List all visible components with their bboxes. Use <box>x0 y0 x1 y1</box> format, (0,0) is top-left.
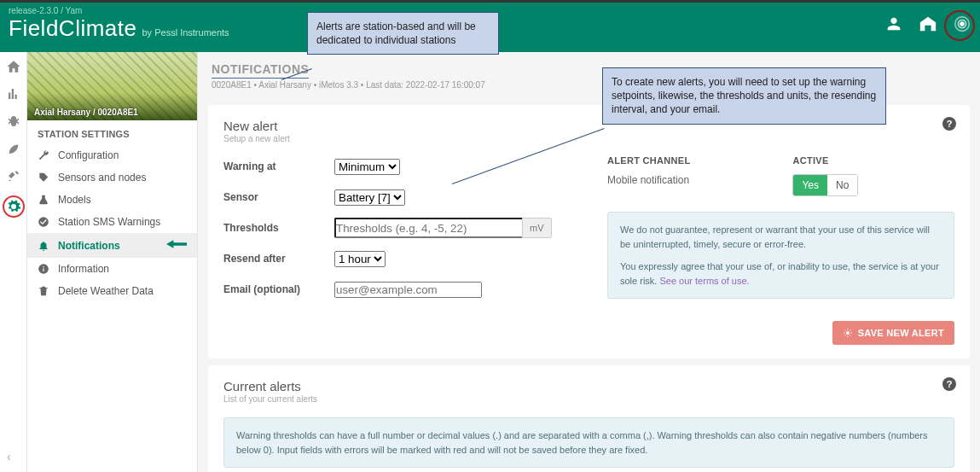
bell-icon <box>38 240 49 252</box>
thresholds-unit: mV <box>522 218 552 238</box>
warning-at-select[interactable]: Minimum <box>334 159 400 175</box>
save-button-label: SAVE NEW ALERT <box>858 328 944 338</box>
sidebar-item-configuration[interactable]: Configuration <box>27 144 197 166</box>
sidebar-item-label: Models <box>58 194 91 206</box>
page-title: NOTIFICATIONS <box>212 62 309 79</box>
save-new-alert-button[interactable]: SAVE NEW ALERT <box>832 321 954 345</box>
new-alert-card: ? New alert Setup a new alert Warning at… <box>208 105 970 358</box>
home-barn-icon[interactable] <box>919 15 937 33</box>
sidebar-item-information[interactable]: Information <box>27 258 197 280</box>
sidebar-item-models[interactable]: Models <box>27 189 197 211</box>
user-icon[interactable] <box>884 15 903 33</box>
logo-text: FieldClimate <box>9 15 137 42</box>
station-hero[interactable]: Axial Harsany / 0020A8E1 <box>27 52 197 120</box>
card-subtitle: Setup a new alert <box>223 134 954 143</box>
alert-side-column: ALERT CHANNEL Mobile notification ACTIVE… <box>607 143 954 309</box>
sidebar-item-delete-data[interactable]: Delete Weather Data <box>27 280 197 302</box>
active-no[interactable]: No <box>827 175 857 195</box>
alert-channel-head: ALERT CHANNEL <box>607 155 690 166</box>
sidebar-item-label: Configuration <box>58 149 119 161</box>
sidebar-item-label: Delete Weather Data <box>58 285 154 297</box>
label-warning-at: Warning at <box>223 155 334 178</box>
sidebar-item-label: Notifications <box>58 240 120 252</box>
active-head: ACTIVE <box>792 155 858 166</box>
flask-icon <box>38 194 49 206</box>
annotation-circle-settings <box>3 195 25 218</box>
tag-icon <box>38 172 49 184</box>
sun-icon <box>843 328 853 338</box>
alert-form: Warning at Minimum Sensor Battery [7] Th… <box>223 143 582 309</box>
sidebar-item-sensors[interactable]: Sensors and nodes <box>27 166 197 189</box>
rail-home-icon[interactable] <box>6 59 21 74</box>
check-circle-icon <box>38 216 49 228</box>
annotation-circle-broadcast <box>944 10 975 41</box>
label-thresholds: Thresholds <box>223 217 334 239</box>
sidebar-item-label: Sensors and nodes <box>58 172 146 184</box>
svg-point-1 <box>846 331 850 335</box>
logo-byline: by Pessl Instruments <box>142 27 229 38</box>
rail-leaf-icon[interactable] <box>6 141 21 156</box>
rail-bug-icon[interactable] <box>6 114 21 129</box>
sidebar: Axial Harsany / 0020A8E1 STATION SETTING… <box>27 52 198 472</box>
card-subtitle: List of your current alerts <box>223 394 954 404</box>
sidebar-item-notifications[interactable]: Notifications <box>27 233 197 258</box>
trash-icon <box>38 285 49 297</box>
sidebar-item-label: Information <box>58 263 109 275</box>
disclaimer-line1: We do not guarantee, represent or warran… <box>620 223 942 251</box>
info-icon <box>38 263 49 275</box>
active-block: ACTIVE Yes No <box>792 155 858 196</box>
icon-rail: ‹ <box>0 52 27 472</box>
sidebar-item-label: Station SMS Warnings <box>58 216 160 228</box>
terms-link[interactable]: See our terms of use. <box>659 276 749 286</box>
rail-gear-icon[interactable] <box>6 199 21 214</box>
resend-select[interactable]: 1 hour <box>334 251 386 267</box>
collapse-rail-button[interactable]: ‹ <box>7 450 11 463</box>
active-yes[interactable]: Yes <box>793 175 827 195</box>
thresholds-input[interactable] <box>334 218 522 238</box>
annotation-callout-2: To create new alerts, you will need to s… <box>602 67 886 125</box>
rail-satellite-icon[interactable] <box>6 168 21 184</box>
current-alerts-info: Warning thresholds can have a full numbe… <box>223 417 954 468</box>
sidebar-section-head: STATION SETTINGS <box>27 120 197 144</box>
help-icon[interactable]: ? <box>942 117 956 131</box>
label-sensor: Sensor <box>223 186 334 208</box>
sidebar-menu: Configuration Sensors and nodes Models S… <box>27 144 197 302</box>
sidebar-item-sms-warnings[interactable]: Station SMS Warnings <box>27 211 197 233</box>
help-icon[interactable]: ? <box>942 377 956 391</box>
annotation-callout-1: Alerts are station-based and will be ded… <box>307 12 499 55</box>
disclaimer-box: We do not guarantee, represent or warran… <box>607 212 954 299</box>
alert-channel-block: ALERT CHANNEL Mobile notification <box>607 155 690 196</box>
sensor-select[interactable]: Battery [7] <box>334 189 405 206</box>
current-alerts-card: ? Current alerts List of your current al… <box>208 365 970 472</box>
email-input[interactable] <box>334 282 482 298</box>
rail-chart-icon[interactable] <box>6 86 21 102</box>
alert-channel-value: Mobile notification <box>607 174 690 186</box>
station-hero-label: Axial Harsany / 0020A8E1 <box>34 108 138 117</box>
label-resend: Resend after <box>223 248 334 270</box>
active-toggle[interactable]: Yes No <box>792 174 858 196</box>
label-email: Email (optional) <box>223 278 334 300</box>
annotation-arrow <box>166 238 187 253</box>
wrench-icon <box>38 149 49 161</box>
card-title: Current alerts <box>223 379 954 393</box>
